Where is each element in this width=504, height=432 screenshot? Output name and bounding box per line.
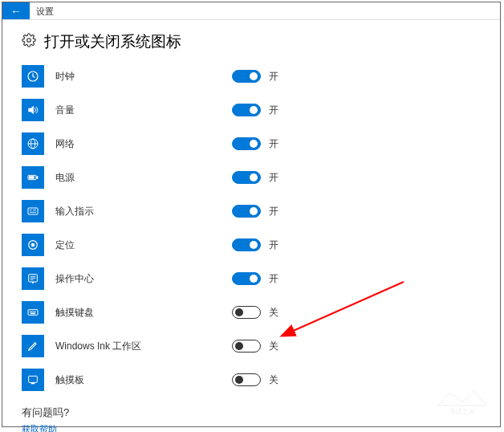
toggle-switch[interactable]	[232, 272, 261, 285]
page-header: 打开或关闭系统图标	[22, 31, 481, 52]
toggle-area: 开	[232, 238, 278, 252]
footer: 有问题吗? 获取帮助	[22, 406, 481, 432]
toggle-state-label: 开	[269, 205, 278, 218]
toggle-area: 开	[232, 137, 278, 151]
toggle-state-label: 关	[269, 306, 278, 320]
network-icon	[22, 132, 44, 155]
action-icon	[22, 267, 44, 290]
toggle-area: 关	[232, 340, 278, 353]
svg-point-0	[27, 39, 31, 43]
toggle-switch[interactable]	[232, 306, 261, 319]
toggle-state-label: 开	[269, 70, 278, 84]
toggle-switch[interactable]	[232, 238, 261, 251]
clock-icon	[22, 65, 44, 88]
touchpad-icon	[22, 369, 44, 391]
setting-label: 输入指示	[55, 205, 216, 218]
setting-row-keyboard: 触摸键盘关	[22, 301, 481, 324]
ime-icon	[22, 200, 44, 222]
svg-rect-6	[29, 177, 34, 179]
setting-label: 音量	[55, 104, 216, 117]
location-icon	[22, 234, 44, 256]
toggle-area: 开	[232, 171, 278, 185]
setting-label: 触摸板	[55, 373, 216, 387]
toggle-state-label: 开	[269, 272, 278, 286]
setting-row-power: 电源开	[22, 166, 481, 189]
svg-rect-25	[31, 383, 35, 384]
setting-label: 电源	[55, 171, 216, 185]
toggle-switch[interactable]	[232, 205, 261, 218]
setting-row-clock: 时钟开	[22, 65, 481, 88]
settings-list: 时钟开音量开网络开电源开输入指示开定位开操作中心开触摸键盘关Windows In…	[22, 65, 481, 391]
settings-window: ← 设置 打开或关闭系统图标 时钟开音量开网络开电源开输入指示开定位开操作中心开…	[2, 2, 501, 427]
setting-label: 网络	[55, 137, 216, 151]
page-title: 打开或关闭系统图标	[44, 31, 181, 52]
toggle-state-label: 关	[269, 340, 278, 353]
setting-row-ink: Windows Ink 工作区关	[22, 335, 481, 357]
svg-point-19	[30, 312, 30, 312]
toggle-switch[interactable]	[232, 340, 261, 353]
setting-row-volume: 音量开	[22, 99, 481, 121]
svg-rect-8	[28, 208, 38, 214]
keyboard-icon	[22, 301, 44, 324]
toggle-state-label: 开	[269, 104, 278, 117]
setting-row-location: 定位开	[22, 234, 481, 256]
svg-rect-24	[29, 376, 38, 382]
toggle-switch[interactable]	[232, 137, 261, 150]
help-question: 有问题吗?	[22, 406, 481, 420]
svg-rect-23	[30, 313, 35, 314]
toggle-state-label: 关	[269, 373, 278, 387]
volume-icon	[22, 99, 44, 121]
toggle-area: 开	[232, 205, 278, 218]
setting-row-touchpad: 触摸板关	[22, 369, 481, 391]
get-help-link[interactable]: 获取帮助	[22, 423, 481, 432]
svg-rect-7	[37, 177, 38, 179]
setting-label: 定位	[55, 238, 216, 252]
ink-icon	[22, 335, 44, 357]
setting-label: 触摸键盘	[55, 306, 216, 320]
toggle-area: 开	[232, 70, 278, 84]
toggle-state-label: 开	[269, 171, 278, 185]
svg-point-13	[31, 243, 35, 247]
setting-row-action: 操作中心开	[22, 267, 481, 290]
toggle-switch[interactable]	[232, 373, 261, 386]
toggle-switch[interactable]	[232, 171, 261, 184]
toggle-switch[interactable]	[232, 70, 261, 83]
content-area: 打开或关闭系统图标 时钟开音量开网络开电源开输入指示开定位开操作中心开触摸键盘关…	[2, 20, 500, 432]
window-title: 设置	[30, 2, 60, 19]
back-button[interactable]: ←	[2, 2, 30, 19]
svg-rect-18	[28, 310, 38, 316]
svg-point-20	[31, 312, 32, 312]
toggle-area: 关	[232, 373, 278, 387]
setting-label: 操作中心	[55, 272, 216, 286]
power-icon	[22, 166, 44, 189]
setting-label: Windows Ink 工作区	[55, 340, 216, 353]
svg-point-22	[35, 312, 35, 312]
setting-label: 时钟	[55, 70, 216, 84]
back-arrow-icon: ←	[10, 5, 22, 18]
toggle-area: 关	[232, 306, 278, 320]
toggle-area: 开	[232, 104, 278, 117]
svg-point-21	[33, 312, 34, 312]
toggle-state-label: 开	[269, 137, 278, 151]
setting-row-network: 网络开	[22, 132, 481, 155]
toggle-switch[interactable]	[232, 104, 261, 116]
toggle-area: 开	[232, 272, 278, 286]
toggle-state-label: 开	[269, 238, 278, 252]
setting-row-ime: 输入指示开	[22, 200, 481, 222]
gear-icon	[22, 33, 36, 51]
titlebar: ← 设置	[2, 2, 500, 20]
